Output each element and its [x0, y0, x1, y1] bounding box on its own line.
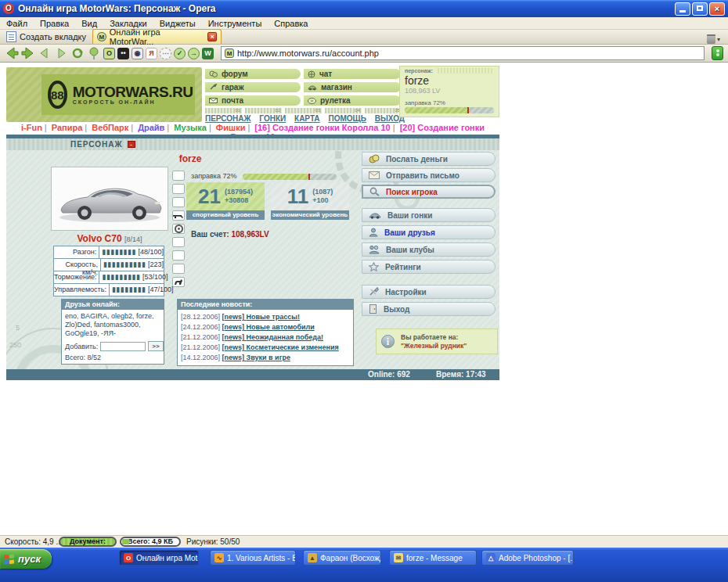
task-winamp[interactable]: ∿ 1. Various Artists - Be... [210, 550, 296, 566]
closed-tabs-trash[interactable]: ▾ [707, 34, 725, 44]
car-picture [52, 167, 168, 230]
task-opera-motorwars[interactable]: O Онлайн игра Motor... [119, 550, 199, 566]
news-panel: Последние новости: [28.12.2006] [news] Н… [177, 299, 354, 366]
logo-title: MOTORWARS.RU [73, 84, 193, 99]
status-pictures: Рисунки: 50/50 [186, 537, 240, 546]
reload-button[interactable] [70, 46, 85, 60]
menu-chat[interactable]: чат [304, 69, 401, 79]
task-pharaoh[interactable]: ▲ Фараон (Восхожден... [303, 550, 381, 566]
inventory-slot-rifle[interactable] [172, 210, 185, 221]
new-tab-button[interactable]: Создать вкладку [3, 30, 92, 44]
send-money-button[interactable]: Послать деньги [362, 152, 496, 166]
inventory-slot[interactable] [172, 197, 185, 207]
window-titlebar: O Онлайн игра MotorWars: Персонаж - Oper… [0, 0, 728, 17]
link-ifun[interactable]: i-Fun [21, 123, 42, 132]
meter-03: 03 [285, 108, 322, 113]
your-clubs-button[interactable]: Ваши клубы [362, 242, 496, 257]
inventory-slots [172, 171, 185, 290]
add-friend-input[interactable] [100, 342, 146, 351]
eye-icon[interactable]: ◉ [132, 48, 143, 59]
send-letter-button[interactable]: Отправить письмо [362, 168, 496, 182]
link-music[interactable]: Музыка [174, 123, 207, 132]
menu-edit[interactable]: Правка [40, 19, 69, 28]
tools-icon [369, 287, 379, 296]
menu-view[interactable]: Вид [81, 19, 97, 28]
inventory-slot[interactable] [172, 237, 185, 247]
friends-names[interactable]: eno, BAGIRA, olegb2, forze, Zlo)Ded, fan… [65, 312, 160, 338]
tab-close-icon[interactable]: × [207, 32, 217, 41]
menu-roulette[interactable]: рулетка [304, 95, 401, 106]
close-button[interactable]: × [709, 2, 725, 16]
your-races-button[interactable]: Ваши гонки [362, 208, 496, 222]
news-title: Последние новости: [177, 299, 354, 310]
panel-title: ПЕРСОНАЖ [70, 140, 123, 149]
nav-map[interactable]: КАРТА [294, 114, 320, 123]
your-friends-button[interactable]: Ваши друзья [362, 225, 496, 239]
menu-widgets[interactable]: Виджеты [160, 19, 196, 28]
start-button[interactable]: пуск [0, 549, 52, 569]
inventory-slot-wheel[interactable] [172, 224, 185, 234]
menu-tools[interactable]: Инструменты [208, 19, 262, 28]
add-friend-button[interactable]: >> [148, 341, 163, 351]
menu-bookmarks[interactable]: Закладки [110, 19, 147, 28]
security-traffic-light-icon[interactable] [712, 46, 723, 60]
fast-forward-button[interactable] [54, 46, 68, 60]
yandex-icon[interactable]: Я [146, 48, 157, 59]
settings-button[interactable]: Настройки [362, 285, 496, 299]
panda-icon[interactable]: •• [117, 48, 129, 59]
site-logo[interactable]: 88 MOTORWARS.RU СКОРОСТЬ ОН-ЛАЙН [6, 67, 202, 122]
letter-icon [369, 171, 380, 179]
menu-file[interactable]: Файл [6, 19, 27, 28]
task-message[interactable]: ✉ forze - Message [389, 550, 477, 566]
inventory-slot[interactable] [172, 250, 185, 260]
minimize-button[interactable] [675, 2, 690, 16]
meter-04: 04 [325, 108, 362, 113]
rewind-button[interactable] [38, 46, 52, 60]
tab-motorwars[interactable]: M Онлайн игра MotorWar... × [92, 29, 222, 44]
find-player-button[interactable]: Поиск игрока [362, 185, 496, 199]
sport-level-gain: +30808 [225, 196, 253, 205]
nav-help[interactable]: ПОМОЩЬ [328, 114, 366, 123]
translate-icon[interactable]: ⋯ [160, 48, 171, 59]
wiki-icon[interactable]: W [202, 48, 214, 59]
menu-mail[interactable]: почта [205, 95, 301, 106]
panel-minimize-button[interactable]: - [128, 141, 135, 148]
browser-statusbar: Скорость: 4,9 ... Документ: 100% Всего: … [0, 535, 728, 548]
green-go-icon[interactable]: → [188, 48, 200, 59]
menu-help[interactable]: Справка [274, 19, 308, 28]
account-balance: Ваш счет: 108,963LV [191, 230, 269, 239]
green-check-icon[interactable]: ✓ [174, 48, 186, 59]
task-photoshop[interactable]: △ Adobe Photoshop - [... [481, 550, 574, 566]
address-bar[interactable]: M http://www.motorwars.ru/account.php [221, 46, 705, 60]
inventory-slot[interactable] [172, 171, 185, 181]
window-title: Онлайн игра MotorWars: Персонаж - Opera [18, 3, 216, 14]
restore-button[interactable] [692, 2, 708, 16]
opera-icon: O [3, 3, 14, 14]
nav-races[interactable]: ГОНКИ [259, 114, 286, 123]
magic-wand-icon[interactable] [87, 46, 101, 60]
forward-button[interactable] [21, 46, 35, 60]
ratings-button[interactable]: Рейтинги [362, 260, 496, 274]
character-name: forze [405, 74, 494, 87]
link-fishki[interactable]: Фишки [216, 123, 246, 132]
news-item: [28.12.2006] [news] Новые трассы! [181, 312, 350, 322]
opera-panel-icon[interactable]: O [103, 48, 115, 59]
back-button[interactable] [5, 46, 19, 60]
menu-shop[interactable]: магазин [304, 82, 401, 92]
link-race16[interactable]: [16] Создание гонки Королла 10 [254, 123, 390, 132]
exit-button[interactable]: Выход [362, 302, 496, 316]
character-money: 108,963 LV [405, 87, 494, 95]
inventory-slot[interactable] [172, 184, 185, 194]
nav-character[interactable]: ПЕРСОНАЖ [205, 114, 251, 123]
news-item: [24.12.2006] [news] Новые автомобили [181, 322, 350, 332]
game-page: 88 MOTORWARS.RU СКОРОСТЬ ОН-ЛАЙН форум г… [0, 63, 728, 535]
inventory-slot-figure[interactable] [172, 277, 185, 287]
fuel-label: заправка 72% [405, 99, 494, 106]
menu-garage[interactable]: гараж [205, 82, 301, 92]
inventory-slot[interactable] [172, 264, 185, 274]
link-drive[interactable]: Драйв [138, 123, 164, 132]
work-info-label: Вы работаете на: [401, 333, 467, 342]
link-webpark[interactable]: ВебПарк [92, 123, 128, 132]
menu-forum[interactable]: форум [205, 69, 301, 79]
link-rapira[interactable]: Рапира [52, 123, 83, 132]
